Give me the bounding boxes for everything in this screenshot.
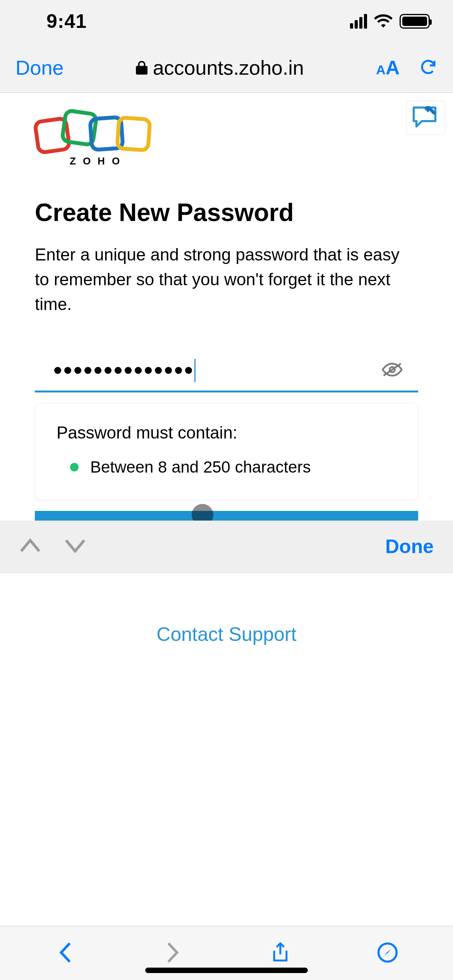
reader-aa-button[interactable]: AA xyxy=(376,57,400,79)
status-time: 9:41 xyxy=(46,10,87,33)
status-icons xyxy=(350,13,430,29)
reload-button[interactable] xyxy=(419,58,438,78)
address-bar[interactable]: accounts.zoho.in xyxy=(136,56,304,79)
change-password-button[interactable]: Change Password xyxy=(35,511,418,521)
address-host: accounts.zoho.in xyxy=(153,56,304,79)
touch-indicator xyxy=(192,504,213,521)
requirement-met-icon xyxy=(70,463,79,471)
safari-button[interactable] xyxy=(377,942,398,965)
zoho-logo-text: ZOHO xyxy=(70,155,127,167)
status-bar: 9:41 xyxy=(0,0,453,43)
page-title: Create New Password xyxy=(35,198,418,227)
back-button[interactable] xyxy=(55,942,76,965)
requirements-title: Password must contain: xyxy=(57,423,396,442)
wifi-icon xyxy=(374,13,393,29)
contact-support-link[interactable]: Contact Support xyxy=(156,623,296,646)
forward-button[interactable] xyxy=(162,942,183,965)
browser-nav-bar: Done accounts.zoho.in AA xyxy=(0,43,453,93)
requirement-item: Between 8 and 250 characters xyxy=(57,458,396,476)
battery-icon xyxy=(400,14,430,29)
page-subtitle: Enter a unique and strong password that … xyxy=(35,242,418,316)
share-button[interactable] xyxy=(270,942,291,965)
requirement-text: Between 8 and 250 characters xyxy=(90,458,311,476)
page-content: ZOHO Create New Password Enter a unique … xyxy=(0,93,453,521)
lock-icon xyxy=(136,56,148,79)
toggle-visibility-icon[interactable] xyxy=(382,362,403,379)
keyboard-done-button[interactable]: Done xyxy=(385,535,434,558)
password-requirements: Password must contain: Between 8 and 250… xyxy=(35,403,418,500)
next-field-button[interactable] xyxy=(64,538,86,555)
browser-done-button[interactable]: Done xyxy=(15,56,63,79)
password-input[interactable] xyxy=(35,359,418,392)
keyboard-accessory-bar: Done xyxy=(0,521,453,573)
feedback-button[interactable] xyxy=(407,101,445,135)
below-content: Contact Support xyxy=(0,573,453,926)
prev-field-button[interactable] xyxy=(19,538,41,555)
home-indicator xyxy=(145,968,308,973)
zoho-logo: ZOHO xyxy=(35,114,418,167)
password-masked-value xyxy=(35,359,196,382)
cellular-icon xyxy=(350,14,367,29)
